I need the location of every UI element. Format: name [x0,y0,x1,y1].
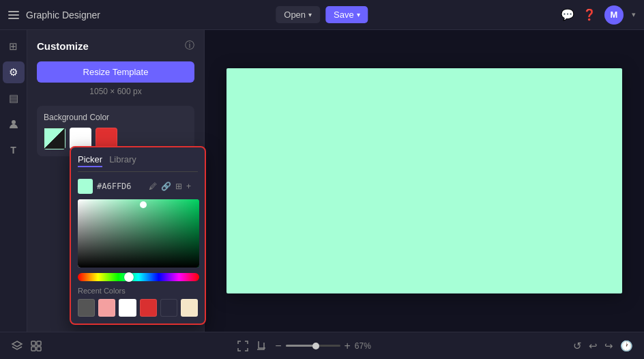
icon-rail: ⊞ ⚙ ▤ T [0,30,27,332]
bottom-left [11,340,42,352]
save-chevron-icon: ▾ [357,11,360,18]
undo-icon[interactable]: ↩ [589,340,598,352]
chat-icon[interactable]: 💬 [561,8,574,21]
bottombar: − + 67% ↺ ↩ ↪ 🕐 [0,332,644,359]
fit-icon[interactable] [237,340,249,352]
app-title: Graphic Designer [26,10,100,20]
topbar-center: Open ▾ Save ▾ [276,6,368,23]
zoom-label: 67% [355,341,379,351]
recent-swatch-red[interactable] [140,299,157,317]
open-button[interactable]: Open ▾ [276,6,320,23]
grid-icon[interactable]: ⊞ [175,182,182,191]
avatar[interactable]: M [604,5,624,25]
save-button[interactable]: Save ▾ [325,6,368,23]
reset-icon[interactable]: ↺ [573,340,582,352]
open-chevron-icon: ▾ [308,11,312,18]
layers-bottom-icon[interactable] [11,340,23,352]
help-icon[interactable]: ❓ [583,8,596,21]
info-icon[interactable]: ⓘ [185,40,194,52]
topbar-right: 💬 ❓ M ▾ [561,5,636,25]
elements-rail-item[interactable]: ⊞ [3,35,25,57]
recent-swatch-dark[interactable] [160,299,177,317]
svg-rect-4 [31,347,35,351]
gradient-canvas[interactable] [78,199,199,268]
hue-slider[interactable] [78,273,199,281]
design-canvas[interactable] [226,68,622,293]
crop-icon[interactable] [256,340,268,352]
hex-color-swatch [78,179,93,194]
recent-swatches [78,299,198,317]
text-rail-item[interactable]: T [3,139,25,161]
recent-swatch-white[interactable] [119,299,136,317]
svg-rect-3 [37,341,41,345]
bottom-right: ↺ ↩ ↪ 🕐 [573,340,633,352]
svg-point-0 [12,120,16,124]
grid-bottom-icon[interactable] [30,340,42,352]
hue-handle[interactable] [124,272,134,282]
sidebar-header: Customize ⓘ [37,40,194,52]
sidebar: Customize ⓘ Resize Template 1050 × 600 p… [27,30,205,332]
sidebar-title: Customize [37,40,89,52]
svg-marker-1 [12,341,22,347]
zoom-out-button[interactable]: − [275,340,281,352]
people-rail-item[interactable] [3,113,25,135]
bg-color-label: Background Color [44,113,188,122]
recent-swatch-gray[interactable] [78,299,95,317]
recent-colors-label: Recent Colors [78,287,198,295]
zoom-slider[interactable] [286,345,340,347]
add-color-icon[interactable]: + [186,182,191,191]
zoom-in-button[interactable]: + [345,340,351,352]
recent-swatch-cream[interactable] [181,299,198,317]
topbar: Graphic Designer Open ▾ Save ▾ 💬 ❓ M ▾ [0,0,644,30]
eyedropper-icon[interactable]: 🖉 [149,182,157,191]
tab-library[interactable]: Library [109,154,136,167]
redo-icon[interactable]: ↪ [604,340,613,352]
svg-rect-2 [31,341,35,345]
resize-template-button[interactable]: Resize Template [37,61,194,83]
avatar-chevron-icon: ▾ [632,10,636,19]
menu-icon[interactable] [8,11,19,19]
color-hex-row: 🖉 🔗 ⊞ + [78,179,198,194]
zoom-control: − + 67% [275,340,379,352]
hex-input[interactable] [97,182,145,191]
tab-picker[interactable]: Picker [78,154,102,167]
main-area: ⊞ ⚙ ▤ T Customize ⓘ Resize Template 1050… [0,30,644,332]
layers-rail-item[interactable]: ▤ [3,87,25,109]
picker-tabs: Picker Library [78,154,198,172]
customize-rail-item[interactable]: ⚙ [3,61,25,83]
link-icon[interactable]: 🔗 [161,182,171,191]
gradient-handle[interactable] [140,201,147,208]
mint-swatch[interactable] [44,128,65,149]
dimensions-text: 1050 × 600 px [37,87,194,96]
history-icon[interactable]: 🕐 [620,340,633,352]
color-picker-popup: Picker Library 🖉 🔗 ⊞ + [70,146,206,325]
recent-swatch-pink[interactable] [98,299,115,317]
canvas-area [205,30,644,332]
bottom-center: − + 67% [237,340,379,352]
svg-rect-5 [37,347,41,351]
